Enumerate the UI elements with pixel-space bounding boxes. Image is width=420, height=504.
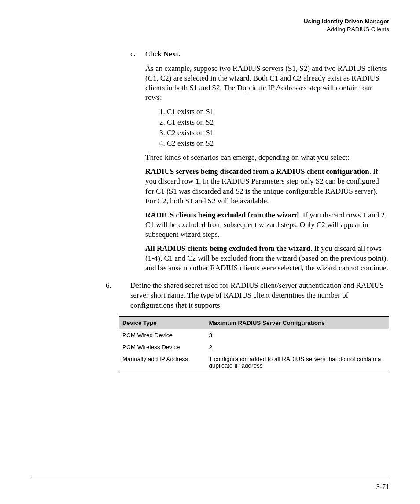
- table-header: Maximum RADIUS Server Configurations: [205, 316, 389, 329]
- header-subtitle: Adding RADIUS Clients: [31, 26, 389, 33]
- substep-c: c. Click Next. As an example, suppose tw…: [130, 49, 389, 273]
- scenario-2: RADIUS clients being excluded from the w…: [145, 210, 389, 239]
- page-number: 3-71: [376, 483, 389, 491]
- list-item: 2. C1 exists on S2: [159, 118, 389, 127]
- click-next-line: Click Next.: [145, 49, 389, 59]
- list-item: 3. C2 exists on S1: [159, 128, 389, 138]
- three-scenarios-intro: Three kinds of scenarios can emerge, dep…: [145, 153, 389, 162]
- step-number: 6.: [106, 281, 111, 291]
- step-6-text: Define the shared secret used for RADIUS…: [130, 281, 389, 310]
- scenario-1: RADIUS servers being discarded from a RA…: [145, 167, 389, 206]
- scenario-3: All RADIUS clients being excluded from t…: [145, 244, 389, 273]
- table-header: Device Type: [119, 316, 205, 329]
- table-row: PCM Wireless Device 2: [119, 341, 389, 353]
- table-row: PCM Wired Device 3: [119, 329, 389, 341]
- list-item: 1. C1 exists on S1: [159, 107, 389, 117]
- list-item: 4. C2 exists on S2: [159, 139, 389, 148]
- step-6: 6. Define the shared secret used for RAD…: [119, 281, 389, 310]
- substep-marker: c.: [130, 49, 136, 59]
- example-paragraph: As an example, suppose two RADIUS server…: [145, 64, 389, 103]
- device-type-table: Device Type Maximum RADIUS Server Config…: [119, 316, 389, 372]
- table-row: Manually add IP Address 1 configuration …: [119, 353, 389, 372]
- header-title: Using Identity Driven Manager: [31, 18, 389, 26]
- row-list: 1. C1 exists on S1 2. C1 exists on S2 3.…: [159, 107, 389, 148]
- page-header: Using Identity Driven Manager Adding RAD…: [31, 18, 389, 33]
- footer-divider: [31, 478, 389, 478]
- body-content: c. Click Next. As an example, suppose tw…: [119, 49, 389, 273]
